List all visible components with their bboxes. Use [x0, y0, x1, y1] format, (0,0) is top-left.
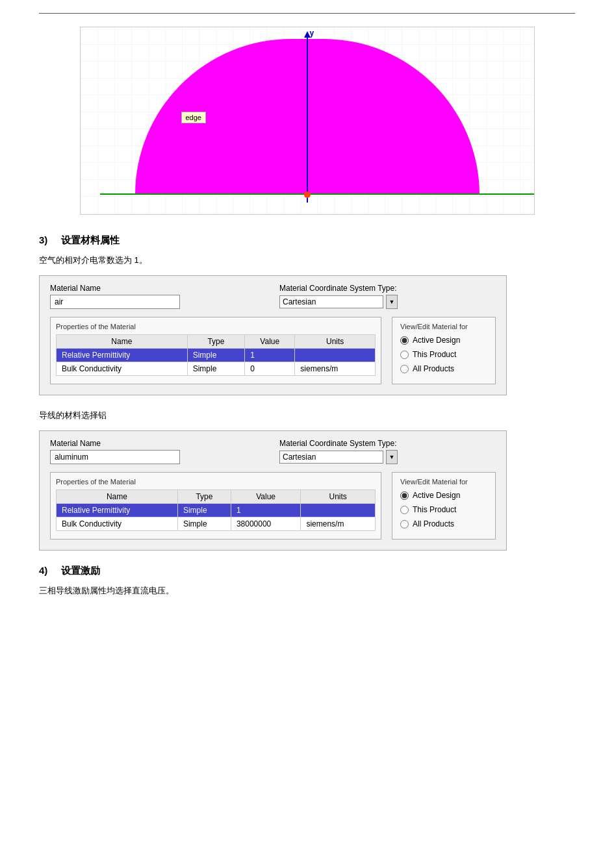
table-row[interactable]: Bulk Conductivity Simple 38000000 siemen… — [57, 517, 376, 531]
radio-all-products-label-aluminum: All Products — [413, 519, 454, 528]
radio-all-products-input-aluminum[interactable] — [400, 520, 409, 528]
properties-box-air: Properties of the Material Name Type Val… — [50, 317, 381, 384]
prop-table-air: Name Type Value Units Relative Permittiv… — [56, 334, 376, 376]
col-header-type-air: Type — [187, 335, 244, 349]
edge-label: edge — [181, 112, 206, 123]
y-axis-label: y — [310, 29, 314, 38]
material-coord-section-air: Material Coordinate System Type: ▼ — [279, 284, 496, 309]
col-header-type-aluminum: Type — [177, 490, 231, 504]
coord-row-air: ▼ — [279, 295, 496, 309]
cell-type: Simple — [177, 517, 231, 531]
material-top-row-aluminum: Material Name Material Coordinate System… — [50, 439, 496, 464]
cell-units: siemens/m — [295, 362, 376, 376]
x-axis — [100, 193, 534, 195]
view-edit-title-air: View/Edit Material for — [400, 323, 487, 330]
view-edit-box-aluminum: View/Edit Material for Active Design Thi… — [392, 472, 496, 539]
cell-value: 0 — [245, 362, 295, 376]
section3b-description: 导线的材料选择铝 — [39, 410, 575, 421]
section3-header: 3) 设置材料属性 — [39, 234, 575, 247]
col-header-value-air: Value — [245, 335, 295, 349]
radio-active-design-label-air: Active Design — [413, 336, 460, 345]
radio-this-product-air[interactable]: This Product — [400, 350, 487, 359]
radio-this-product-input-air[interactable] — [400, 351, 409, 359]
section3-number: 3) — [39, 234, 47, 245]
material-name-input-aluminum[interactable] — [50, 450, 180, 464]
view-edit-title-aluminum: View/Edit Material for — [400, 478, 487, 486]
top-divider — [39, 13, 575, 14]
cell-units: siemens/m — [301, 517, 376, 531]
geometry-canvas: y edge — [80, 27, 535, 215]
col-header-name-air: Name — [57, 335, 188, 349]
material-body-aluminum: Properties of the Material Name Type Val… — [50, 472, 496, 539]
material-name-label-aluminum: Material Name — [50, 439, 266, 448]
coord-input-air[interactable] — [279, 295, 383, 308]
material-name-section-air: Material Name — [50, 284, 266, 309]
cell-name: Relative Permittivity — [57, 349, 188, 362]
cell-name: Relative Permittivity — [57, 504, 178, 517]
material-coord-section-aluminum: Material Coordinate System Type: ▼ — [279, 439, 496, 464]
material-name-input-air[interactable] — [50, 295, 180, 309]
material-body-air: Properties of the Material Name Type Val… — [50, 317, 496, 384]
coord-input-aluminum[interactable] — [279, 451, 383, 464]
col-header-units-air: Units — [295, 335, 376, 349]
coord-row-aluminum: ▼ — [279, 450, 496, 464]
prop-table-aluminum: Name Type Value Units Relative Permittiv… — [56, 490, 376, 531]
radio-this-product-label-air: This Product — [413, 350, 456, 359]
properties-box-title-aluminum: Properties of the Material — [56, 478, 376, 486]
radio-active-design-input-aluminum[interactable] — [400, 491, 409, 500]
cell-value: 38000000 — [231, 517, 301, 531]
properties-box-title-air: Properties of the Material — [56, 323, 376, 330]
section4-title: 设置激励 — [61, 565, 100, 576]
material-coord-label-aluminum: Material Coordinate System Type: — [279, 439, 496, 448]
cell-value: 1 — [245, 349, 295, 362]
section4-description: 三相导线激励属性均选择直流电压。 — [39, 585, 575, 597]
radio-active-design-input-air[interactable] — [400, 336, 409, 345]
col-header-units-aluminum: Units — [301, 490, 376, 504]
origin-dot — [304, 192, 311, 198]
section3-description: 空气的相对介电常数选为 1。 — [39, 254, 575, 266]
col-header-value-aluminum: Value — [231, 490, 301, 504]
cell-units — [301, 504, 376, 517]
section3-title: 设置材料属性 — [61, 234, 120, 245]
radio-all-products-input-air[interactable] — [400, 365, 409, 373]
radio-this-product-label-aluminum: This Product — [413, 505, 456, 514]
cell-value: 1 — [231, 504, 301, 517]
material-panel-aluminum: Material Name Material Coordinate System… — [39, 430, 507, 551]
cell-name: Bulk Conductivity — [57, 517, 178, 531]
cell-name: Bulk Conductivity — [57, 362, 188, 376]
material-name-label-air: Material Name — [50, 284, 266, 293]
view-edit-box-air: View/Edit Material for Active Design Thi… — [392, 317, 496, 384]
material-name-section-aluminum: Material Name — [50, 439, 266, 464]
page-container: y edge 3) 设置材料属性 空气的相对介电常数选为 1。 Material… — [0, 0, 614, 619]
cell-type: Simple — [177, 504, 231, 517]
col-header-name-aluminum: Name — [57, 490, 178, 504]
material-top-row-air: Material Name Material Coordinate System… — [50, 284, 496, 309]
radio-all-products-air[interactable]: All Products — [400, 364, 487, 373]
radio-all-products-aluminum[interactable]: All Products — [400, 519, 487, 528]
cell-type: Simple — [187, 362, 244, 376]
radio-active-design-air[interactable]: Active Design — [400, 336, 487, 345]
cell-units — [295, 349, 376, 362]
material-panel-air: Material Name Material Coordinate System… — [39, 275, 507, 395]
material-coord-label-air: Material Coordinate System Type: — [279, 284, 496, 293]
table-row[interactable]: Relative Permittivity Simple 1 — [57, 349, 376, 362]
section4-number: 4) — [39, 565, 47, 576]
radio-active-design-label-aluminum: Active Design — [413, 491, 460, 500]
radio-active-design-aluminum[interactable]: Active Design — [400, 491, 487, 500]
section4-container: 4) 设置激励 三相导线激励属性均选择直流电压。 — [39, 565, 575, 597]
table-row[interactable]: Relative Permittivity Simple 1 — [57, 504, 376, 517]
coord-dropdown-arrow-aluminum[interactable]: ▼ — [386, 450, 398, 464]
properties-box-aluminum: Properties of the Material Name Type Val… — [50, 472, 381, 539]
radio-all-products-label-air: All Products — [413, 364, 454, 373]
radio-this-product-input-aluminum[interactable] — [400, 506, 409, 514]
y-axis — [307, 34, 308, 203]
section4-header: 4) 设置激励 — [39, 565, 575, 577]
table-row[interactable]: Bulk Conductivity Simple 0 siemens/m — [57, 362, 376, 376]
cell-type: Simple — [187, 349, 244, 362]
coord-dropdown-arrow-air[interactable]: ▼ — [386, 295, 398, 309]
radio-this-product-aluminum[interactable]: This Product — [400, 505, 487, 514]
